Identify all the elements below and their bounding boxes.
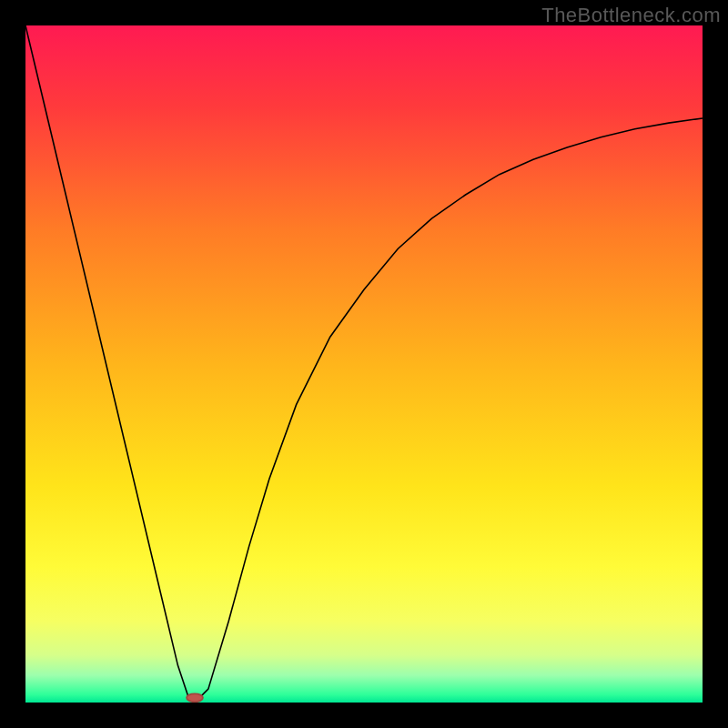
- chart-frame: TheBottleneck.com: [0, 0, 728, 728]
- bottleneck-chart: [25, 25, 703, 703]
- watermark-text: TheBottleneck.com: [541, 4, 721, 27]
- optimum-marker: [187, 693, 203, 702]
- chart-background: [25, 25, 703, 703]
